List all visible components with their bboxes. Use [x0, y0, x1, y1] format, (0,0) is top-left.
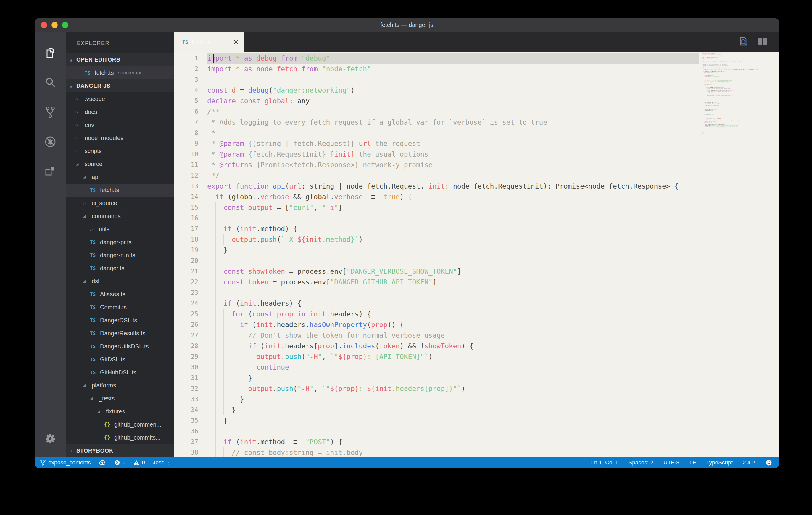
code-line-text[interactable]: const token = process.env["DANGER_GITHUB…	[207, 277, 699, 287]
title-bar[interactable]: fetch.ts — danger-js	[35, 18, 779, 32]
code-line-text[interactable]: // Don't show the token for normal verbo…	[207, 330, 699, 341]
tree-folder--vscode[interactable]: ▷.vscode	[66, 92, 174, 105]
status-git-branch[interactable]: expose_contents	[40, 459, 91, 466]
tree-file-danger-ts[interactable]: TSdanger.ts	[66, 262, 174, 275]
tree-folder-dsl[interactable]: ◢dsl	[66, 275, 174, 288]
tree-folder-docs[interactable]: ▷docs	[66, 105, 174, 118]
status-feedback[interactable]	[765, 459, 772, 466]
code-line-text[interactable]: import * as debug from "debug"	[207, 53, 699, 64]
code-editor[interactable]: 1import * as debug from "debug"2import *…	[174, 52, 779, 457]
status-warning-count[interactable]: 0	[133, 459, 145, 466]
warning-icon	[133, 459, 140, 466]
code-line-text[interactable]: output.push("-H", `"${prop}: [API TOKEN]…	[207, 351, 699, 362]
status-encoding[interactable]: UTF-8	[663, 459, 679, 466]
activity-bar-debug-icon[interactable]	[35, 127, 66, 156]
tree-file-githubdsl-ts[interactable]: TSGitHubDSL.ts	[66, 366, 174, 379]
tree-folder-api[interactable]: ◢api	[66, 170, 174, 183]
status-language-mode[interactable]: TypeScript	[706, 459, 733, 466]
code-line-text[interactable]: export function api(url: string | node_f…	[207, 181, 699, 192]
code-line-text[interactable]: continue	[207, 362, 699, 373]
status-eol-sequence[interactable]: LF	[690, 459, 696, 466]
code-line-text[interactable]: * @param {(string | fetch.Request)} url …	[207, 138, 699, 149]
tree-file-github-commits-[interactable]: {}github_commits...	[66, 431, 174, 444]
code-line-text[interactable]	[207, 255, 699, 266]
code-line-text[interactable]: if (global.verbose && global.verbose ≡ t…	[207, 192, 699, 202]
split-editor-icon[interactable]	[757, 36, 768, 48]
minimap[interactable]: import * as debug from "debug"import * a…	[702, 53, 779, 135]
code-line-text[interactable]: for (const prop in init.headers) {	[207, 309, 699, 319]
tree-file-gitdsl-ts[interactable]: TSGitDSL.ts	[66, 353, 174, 366]
line-number: 29	[174, 351, 207, 362]
code-line-text[interactable]: * Adds logging to every fetch request if…	[207, 117, 699, 127]
code-line-text[interactable]: }	[207, 245, 699, 255]
code-line-text[interactable]: if (init.headers.hasOwnProperty(prop)) {	[207, 319, 699, 330]
code-line-text[interactable]	[207, 74, 699, 85]
code-line-text[interactable]: const d = debug("danger:networking")	[207, 85, 699, 95]
code-line-text[interactable]: }	[207, 415, 699, 426]
activity-bar-explorer-icon[interactable]	[35, 38, 66, 68]
tree-file-dangerutilsdsl-ts[interactable]: TSDangerUtilsDSL.ts	[66, 340, 174, 353]
code-line-text[interactable]	[207, 426, 699, 436]
activity-bar-search-icon[interactable]	[35, 68, 66, 97]
settings-gear-icon[interactable]	[35, 425, 66, 452]
tree-file-aliases-ts[interactable]: TSAliases.ts	[66, 288, 174, 301]
tree-file-github-commen-[interactable]: {}github_commen...	[66, 418, 174, 431]
tree-item-label: GitHubDSL.ts	[100, 369, 136, 376]
code-line-text[interactable]: }	[207, 373, 699, 383]
tree-folder-env[interactable]: ▷env	[66, 118, 174, 132]
code-line-text[interactable]: * @returns {Promise<fetch.Response>} net…	[207, 160, 699, 170]
status-label: 0	[142, 459, 145, 466]
code-line-text[interactable]: * @param {fetch.RequestInit} [init] the …	[207, 149, 699, 160]
tree-folder-ci-source[interactable]: ▷ci_source	[66, 197, 174, 209]
code-line-text[interactable]	[207, 287, 699, 298]
doc-search-icon[interactable]	[737, 36, 749, 48]
tree-file-danger-run-ts[interactable]: TSdanger-run.ts	[66, 249, 174, 262]
code-line-text[interactable]: output.push(`-X ${init.method}`)	[207, 234, 699, 245]
code-line-text[interactable]: // const body:string = init.body	[207, 447, 699, 457]
storybook-section-header[interactable]: ▷ STORYBOOK	[66, 444, 174, 457]
tree-folder-fixtures[interactable]: ◢fixtures	[66, 405, 174, 418]
tree-folder-scripts[interactable]: ▷scripts	[66, 144, 174, 158]
tree-item-label: DangerDSL.ts	[100, 317, 137, 324]
code-line-text[interactable]: if (init.method) {	[207, 224, 699, 234]
status-indentation[interactable]: Spaces: 2	[628, 459, 654, 466]
code-line-text[interactable]: if (init.method ≡ "POST") {	[207, 436, 699, 447]
status-error-count[interactable]: 0	[114, 459, 126, 466]
tree-folder-platforms[interactable]: ◢platforms	[66, 379, 174, 392]
status-cursor-position[interactable]: Ln 1, Col 1	[591, 459, 618, 466]
activity-bar-extensions-icon[interactable]	[35, 156, 66, 186]
code-line-text[interactable]	[207, 213, 699, 224]
code-line-text[interactable]: }	[207, 405, 699, 415]
tree-file-dangerresults-ts[interactable]: TSDangerResults.ts	[66, 327, 174, 340]
tree-folder--tests[interactable]: ◢_tests	[66, 392, 174, 405]
code-line-text[interactable]: */	[207, 170, 699, 181]
tree-folder-utils[interactable]: ▷utils	[66, 223, 174, 236]
project-section-header[interactable]: ◢ DANGER-JS	[66, 79, 174, 92]
status-typescript-version[interactable]: 2.4.2	[743, 459, 755, 466]
tree-file-dangerdsl-ts[interactable]: TSDangerDSL.ts	[66, 314, 174, 327]
close-tab-icon[interactable]: ✕	[233, 38, 238, 46]
open-editor-item-fetch-ts[interactable]: TS fetch.ts source/api	[66, 66, 174, 79]
tree-file-commit-ts[interactable]: TSCommit.ts	[66, 301, 174, 314]
tab-fetch-ts[interactable]: TS fetch.ts ✕	[174, 32, 244, 52]
code-line-text[interactable]: output.push("-H", `"${prop}: ${init.head…	[207, 383, 699, 394]
code-line-text[interactable]: /**	[207, 106, 699, 117]
open-editors-header[interactable]: ◢ OPEN EDITORS	[66, 53, 174, 66]
code-line-text[interactable]: if (init.headers) {	[207, 298, 699, 309]
tree-folder-commands[interactable]: ◢commands	[66, 209, 174, 223]
tree-folder-source[interactable]: ◢source	[66, 158, 174, 170]
code-line-text[interactable]: declare const global: any	[207, 95, 699, 106]
code-line-text[interactable]: if (init.headers[prop].includes(token) &…	[207, 341, 699, 351]
status-jest-status[interactable]: Jest:⋮	[153, 459, 171, 466]
code-line-text[interactable]: *	[207, 127, 699, 138]
code-line-text[interactable]: const output = ["curl", "-i"]	[207, 202, 699, 213]
tree-folder-node-modules[interactable]: ▷node_modules	[66, 132, 174, 144]
code-line-text[interactable]: const showToken = process.env["DANGER_VE…	[207, 266, 699, 277]
tree-file-danger-pr-ts[interactable]: TSdanger-pr.ts	[66, 236, 174, 249]
code-line-text[interactable]: }	[207, 394, 699, 405]
activity-bar-source-control-icon[interactable]	[35, 97, 66, 127]
status-label: Jest:	[153, 459, 165, 466]
code-line-text[interactable]: import * as node_fetch from "node-fetch"	[207, 64, 699, 74]
tree-file-fetch-ts[interactable]: TSfetch.ts	[66, 183, 174, 197]
status-publish-changes[interactable]	[98, 459, 106, 466]
